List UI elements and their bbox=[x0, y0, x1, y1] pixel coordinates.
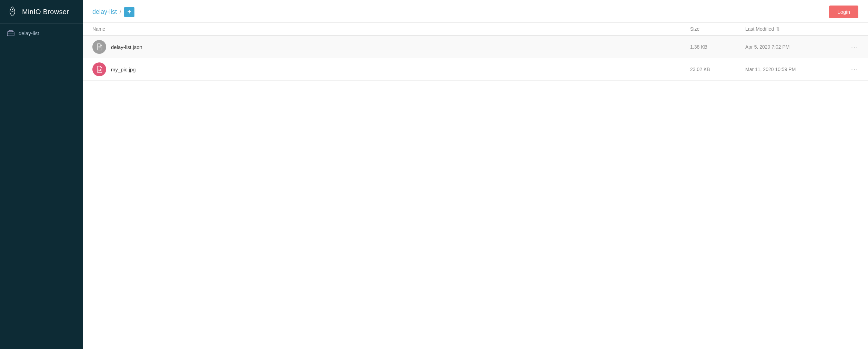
file-more-button[interactable]: ··· bbox=[842, 43, 858, 51]
breadcrumb-separator: / bbox=[120, 8, 121, 16]
sidebar-item-delay-list[interactable]: delay-list bbox=[0, 26, 83, 40]
login-button[interactable]: Login bbox=[829, 6, 858, 18]
breadcrumb-bucket-link[interactable]: delay-list bbox=[92, 8, 117, 16]
sort-icon[interactable]: ⇅ bbox=[776, 26, 780, 32]
file-size: 23.02 KB bbox=[690, 67, 745, 72]
table-row[interactable]: my_pic.jpg 23.02 KB Mar 11, 2020 10:59 P… bbox=[83, 58, 868, 81]
file-icon-circle bbox=[92, 40, 106, 54]
minio-logo-icon bbox=[7, 6, 18, 17]
header-name: Name bbox=[92, 26, 690, 32]
svg-point-0 bbox=[12, 9, 13, 10]
file-name: delay-list.json bbox=[111, 44, 142, 50]
file-more-button[interactable]: ··· bbox=[842, 66, 858, 73]
file-modified: Apr 5, 2020 7:02 PM bbox=[745, 44, 842, 50]
topbar: delay-list / + Login bbox=[83, 0, 868, 23]
svg-rect-1 bbox=[7, 32, 14, 36]
app-title: MinIO Browser bbox=[22, 8, 69, 16]
file-modified: Mar 11, 2020 10:59 PM bbox=[745, 67, 842, 72]
file-image-icon bbox=[96, 66, 103, 73]
file-size: 1.38 KB bbox=[690, 44, 745, 50]
main-content: delay-list / + Login Name Size Last Modi… bbox=[83, 0, 868, 349]
bucket-name: delay-list bbox=[19, 30, 39, 36]
sidebar: MinIO Browser delay-list bbox=[0, 0, 83, 349]
file-icon-circle bbox=[92, 62, 106, 76]
file-name-cell: delay-list.json bbox=[92, 40, 690, 54]
header-actions bbox=[842, 26, 858, 32]
add-folder-button[interactable]: + bbox=[124, 7, 134, 17]
header-last-modified: Last Modified ⇅ bbox=[745, 26, 842, 32]
bucket-icon bbox=[7, 30, 14, 36]
sidebar-header: MinIO Browser bbox=[0, 0, 83, 23]
file-document-icon bbox=[96, 43, 103, 50]
table-header-row: Name Size Last Modified ⇅ bbox=[83, 23, 868, 36]
file-name: my_pic.jpg bbox=[111, 67, 136, 72]
sidebar-divider bbox=[0, 23, 83, 24]
breadcrumb: delay-list / + bbox=[92, 7, 134, 17]
file-name-cell: my_pic.jpg bbox=[92, 62, 690, 76]
file-table: Name Size Last Modified ⇅ bbox=[83, 23, 868, 349]
table-row[interactable]: delay-list.json 1.38 KB Apr 5, 2020 7:02… bbox=[83, 36, 868, 58]
header-size: Size bbox=[690, 26, 745, 32]
